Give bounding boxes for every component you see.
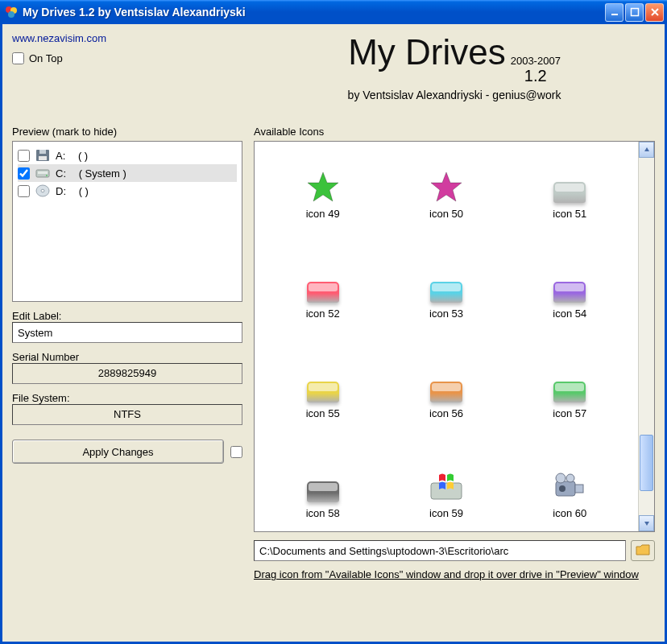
logo-name: My Drives xyxy=(348,32,506,72)
svg-point-12 xyxy=(41,189,44,192)
icon-graphic xyxy=(550,171,589,203)
icon-label: icon 60 xyxy=(553,507,586,519)
icon-label: icon 59 xyxy=(429,507,463,519)
svg-rect-13 xyxy=(431,483,462,499)
icon-label: icon 51 xyxy=(553,208,586,220)
icon-item[interactable]: icon 54 xyxy=(510,246,630,343)
icon-graphic xyxy=(304,171,342,203)
icon-item[interactable]: icon 58 xyxy=(263,446,383,531)
logo-version: 1.2 xyxy=(511,67,561,85)
icon-graphic xyxy=(427,470,466,502)
icon-item[interactable]: icon 53 xyxy=(386,246,506,343)
drive-hide-checkbox[interactable] xyxy=(18,167,30,180)
icon-graphic xyxy=(427,370,466,402)
scroll-up-button[interactable] xyxy=(639,142,654,158)
website-link[interactable]: www.nezavisim.com xyxy=(12,32,254,44)
icon-graphic xyxy=(427,270,466,303)
drive-letter: A: xyxy=(56,150,65,162)
svg-rect-7 xyxy=(39,156,47,160)
icon-graphic xyxy=(304,270,342,303)
icon-graphic xyxy=(304,470,342,502)
close-button[interactable] xyxy=(645,3,664,22)
window-title: My Drives 1.2 by Ventsislav Alexandriysk… xyxy=(23,6,605,19)
svg-point-15 xyxy=(556,473,566,483)
icon-label: icon 56 xyxy=(429,407,463,419)
icon-label: icon 52 xyxy=(306,308,340,320)
scroll-track[interactable] xyxy=(639,158,654,515)
icon-item[interactable]: icon 57 xyxy=(510,346,630,443)
icon-label: icon 58 xyxy=(306,507,340,519)
drive-hide-checkbox[interactable] xyxy=(18,150,30,162)
icon-label: icon 53 xyxy=(429,308,463,320)
client-area: www.nezavisim.com On Top My Drives 2003-… xyxy=(0,24,667,644)
icon-item[interactable]: icon 49 xyxy=(263,147,383,243)
icon-item[interactable]: icon 50 xyxy=(386,147,506,243)
svg-rect-3 xyxy=(611,14,618,15)
preview-list[interactable]: A: ( )C: ( System )D: ( ) xyxy=(12,141,242,302)
icon-graphic xyxy=(550,370,589,402)
logo-years: 2003-2007 xyxy=(511,55,561,67)
svg-rect-9 xyxy=(38,171,48,174)
icon-label: icon 55 xyxy=(306,407,340,419)
icon-item[interactable]: icon 59 xyxy=(386,446,506,531)
browse-button[interactable] xyxy=(631,540,655,561)
icon-item[interactable]: icon 55 xyxy=(263,346,383,443)
app-icon xyxy=(5,6,18,19)
on-top-checkbox[interactable] xyxy=(12,52,24,64)
edit-label-label: Edit Label: xyxy=(12,310,242,322)
apply-checkbox[interactable] xyxy=(230,446,242,458)
hint-text: Drag icon from "Available Icons" window … xyxy=(254,568,655,582)
titlebar: My Drives 1.2 by Ventsislav Alexandriysk… xyxy=(0,0,667,24)
icons-grid[interactable]: icon 49icon 50icon 51icon 52icon 53icon … xyxy=(255,142,638,531)
svg-point-2 xyxy=(8,11,14,18)
filesystem-value: NTFS xyxy=(12,404,242,425)
drive-label: ( System ) xyxy=(79,167,126,180)
scroll-down-button[interactable] xyxy=(639,515,654,531)
icon-graphic xyxy=(304,370,342,402)
scroll-thumb[interactable] xyxy=(640,435,653,491)
icon-item[interactable]: icon 51 xyxy=(510,147,630,243)
icon-item[interactable]: icon 56 xyxy=(386,346,506,443)
svg-point-16 xyxy=(566,474,574,482)
filesystem-label: File System: xyxy=(12,392,242,404)
icon-label: icon 50 xyxy=(429,208,463,220)
icon-item[interactable]: icon 60 xyxy=(510,446,630,531)
apply-button[interactable]: Apply Changes xyxy=(12,440,224,464)
icons-box: icon 49icon 50icon 51icon 52icon 53icon … xyxy=(254,141,655,532)
icon-graphic xyxy=(550,470,589,502)
available-icons-label: Available Icons xyxy=(254,126,655,138)
svg-rect-6 xyxy=(39,150,46,154)
drive-row[interactable]: C: ( System ) xyxy=(18,164,237,182)
svg-point-18 xyxy=(559,485,566,492)
drive-icon xyxy=(35,184,51,198)
icon-graphic xyxy=(427,171,466,203)
icon-label: icon 54 xyxy=(553,308,586,320)
on-top-label: On Top xyxy=(29,52,63,64)
icon-label: icon 49 xyxy=(306,208,340,220)
scrollbar[interactable] xyxy=(638,142,654,531)
svg-rect-4 xyxy=(631,9,638,16)
drive-row[interactable]: D: ( ) xyxy=(18,182,237,200)
drive-row[interactable]: A: ( ) xyxy=(18,147,237,164)
svg-rect-17 xyxy=(575,485,583,493)
maximize-button[interactable] xyxy=(625,3,644,22)
logo-author: by Ventsislav Alexandriyski - genius@wor… xyxy=(254,89,655,101)
serial-label: Serial Number xyxy=(12,351,242,363)
edit-label-input[interactable] xyxy=(12,322,242,343)
drive-letter: C: xyxy=(56,167,66,180)
icon-item[interactable]: icon 52 xyxy=(263,246,383,343)
svg-point-10 xyxy=(46,175,48,176)
serial-value: 2889825949 xyxy=(12,363,242,384)
drive-letter: D: xyxy=(56,185,66,197)
drive-hide-checkbox[interactable] xyxy=(18,185,30,197)
minimize-button[interactable] xyxy=(605,3,624,22)
logo-area: My Drives 2003-2007 1.2 by Ventsislav Al… xyxy=(254,32,655,105)
drive-icon xyxy=(35,166,51,180)
icon-graphic xyxy=(550,270,589,303)
icon-label: icon 57 xyxy=(553,407,586,419)
path-input[interactable] xyxy=(254,540,626,561)
drive-label: ( ) xyxy=(78,150,88,162)
drive-label: ( ) xyxy=(79,185,89,197)
preview-label: Preview (mark to hide) xyxy=(12,126,242,138)
folder-icon xyxy=(636,544,650,558)
